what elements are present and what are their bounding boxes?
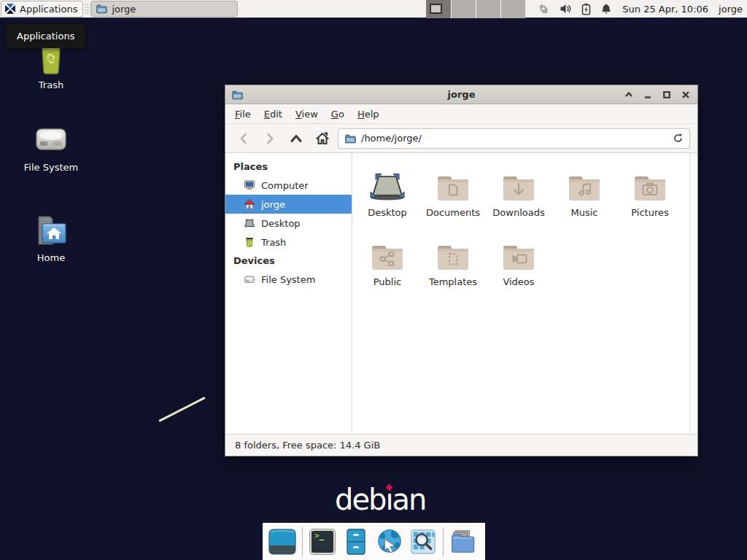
statusbar-text: 8 folders, Free space: 14.4 GiB — [235, 440, 380, 451]
file-cabinet-launcher[interactable] — [342, 528, 370, 556]
file-item-videos[interactable]: Videos — [486, 231, 551, 300]
desktop-icon-label: File System — [24, 162, 78, 173]
desktop-icon-label: Home — [37, 252, 65, 263]
file-label: Pictures — [631, 207, 668, 218]
sidebar-item-jorge[interactable]: jorge — [225, 195, 352, 214]
file-grid: Desktop Documents — [352, 153, 689, 434]
sidebar-header-devices: Devices — [225, 252, 352, 270]
taskbar-window-button[interactable]: jorge — [90, 1, 238, 17]
menu-edit[interactable]: Edit — [258, 106, 289, 122]
folder-icon — [96, 3, 107, 15]
file-item-templates[interactable]: Templates — [420, 231, 486, 300]
desktop-icon-label: Trash — [39, 79, 63, 90]
power-plug-icon[interactable] — [537, 2, 550, 15]
xfce-logo-icon — [4, 3, 16, 15]
battery-charging-icon[interactable] — [581, 3, 591, 15]
public-folder-icon — [370, 231, 405, 272]
workspace-4[interactable] — [500, 0, 525, 18]
sidebar-item-file-system[interactable]: File System — [225, 270, 352, 289]
panel-handle[interactable] — [85, 3, 89, 15]
sidebar-item-label: jorge — [261, 199, 285, 210]
titlebar[interactable]: jorge — [225, 85, 697, 104]
wordmark-i: ı — [385, 483, 392, 516]
home-icon — [244, 198, 255, 210]
file-label: Templates — [429, 276, 477, 287]
system-tray — [537, 2, 612, 15]
menu-help[interactable]: Help — [351, 106, 386, 122]
dock-separator — [302, 527, 303, 556]
file-item-music[interactable]: Music — [551, 162, 617, 231]
back-button[interactable] — [233, 128, 255, 149]
wordmark-deb: deb — [335, 483, 385, 516]
workspace-1[interactable] — [426, 0, 451, 18]
web-browser-launcher[interactable] — [376, 528, 403, 556]
desktop-trapezoid-icon — [367, 162, 408, 203]
file-manager-launcher[interactable] — [449, 528, 477, 556]
menu-view[interactable]: View — [289, 106, 325, 122]
templates-folder-icon — [436, 231, 471, 272]
desktop-icon-home[interactable]: Home — [11, 212, 91, 263]
top-panel: Applications jorge — [0, 0, 747, 18]
volume-icon[interactable] — [560, 3, 572, 15]
documents-folder-icon — [436, 162, 471, 203]
path-folder-icon — [344, 133, 356, 144]
vertical-scrollbar[interactable] — [689, 153, 697, 434]
clock[interactable]: Sun 25 Apr, 10:06 — [622, 4, 708, 15]
file-item-pictures[interactable]: Pictures — [617, 162, 683, 231]
sidebar-item-desktop[interactable]: Desktop — [225, 214, 352, 233]
file-item-public[interactable]: Public — [355, 231, 420, 300]
location-bar[interactable]: /home/jorge/ — [338, 128, 690, 149]
reload-icon[interactable] — [673, 133, 684, 144]
up-button[interactable] — [285, 128, 307, 149]
workspace-window-preview — [430, 4, 442, 14]
wordmark-an: an — [392, 483, 426, 516]
pictures-folder-icon — [632, 162, 667, 203]
desktop-icon-file-system[interactable]: File System — [11, 122, 91, 173]
file-item-downloads[interactable]: Downloads — [486, 162, 551, 231]
home-button[interactable] — [311, 128, 333, 149]
maximize-button[interactable] — [661, 89, 673, 101]
file-manager-window: jorge File Edit View Go Help — [225, 85, 698, 456]
notification-bell-icon[interactable] — [600, 3, 612, 15]
window-content: Places Computer — [225, 153, 697, 434]
drive-mini-icon — [244, 273, 255, 285]
forward-button[interactable] — [259, 128, 281, 149]
sidebar-header-places: Places — [225, 158, 352, 176]
menu-go[interactable]: Go — [325, 106, 351, 122]
file-item-documents[interactable]: Documents — [420, 162, 486, 231]
downloads-folder-icon — [501, 162, 536, 203]
sidebar-item-computer[interactable]: Computer — [225, 176, 352, 195]
workspace-2[interactable] — [451, 0, 476, 18]
home-folder-icon — [32, 212, 70, 249]
file-label: Documents — [426, 207, 480, 218]
statusbar: 8 folders, Free space: 14.4 GiB — [225, 434, 697, 456]
sidebar: Places Computer — [225, 153, 352, 434]
panel-right-cluster: Sun 25 Apr, 10:06 jorge — [426, 0, 747, 18]
file-label: Downloads — [492, 207, 544, 218]
workspace-3[interactable] — [476, 0, 500, 18]
dock: >_ — [263, 523, 485, 560]
terminal-launcher[interactable]: >_ — [309, 528, 336, 556]
shade-button[interactable] — [623, 89, 635, 101]
workspace-switcher[interactable] — [426, 0, 525, 18]
music-folder-icon — [567, 162, 602, 203]
show-desktop-button[interactable] — [268, 528, 296, 556]
terminal-prompt: >_ — [314, 532, 324, 540]
menu-file[interactable]: File — [228, 106, 258, 122]
sidebar-item-trash[interactable]: Trash — [225, 233, 352, 252]
file-item-desktop[interactable]: Desktop — [355, 162, 420, 231]
applications-menu-button[interactable]: Applications — [1, 1, 83, 18]
computer-icon — [244, 179, 255, 191]
close-button[interactable] — [680, 89, 692, 101]
app-finder-launcher[interactable] — [409, 528, 437, 556]
dock-separator — [443, 527, 444, 556]
username-indicator[interactable]: jorge — [719, 4, 743, 15]
file-label: Videos — [503, 276, 534, 287]
file-label: Public — [374, 276, 401, 287]
taskbar-window-label: jorge — [112, 4, 136, 15]
path-text[interactable]: /home/jorge/ — [361, 133, 667, 144]
sidebar-item-label: File System — [261, 274, 315, 285]
minimize-button[interactable] — [642, 89, 654, 101]
applications-menu-label: Applications — [20, 4, 77, 15]
menubar: File Edit View Go Help — [225, 104, 697, 124]
